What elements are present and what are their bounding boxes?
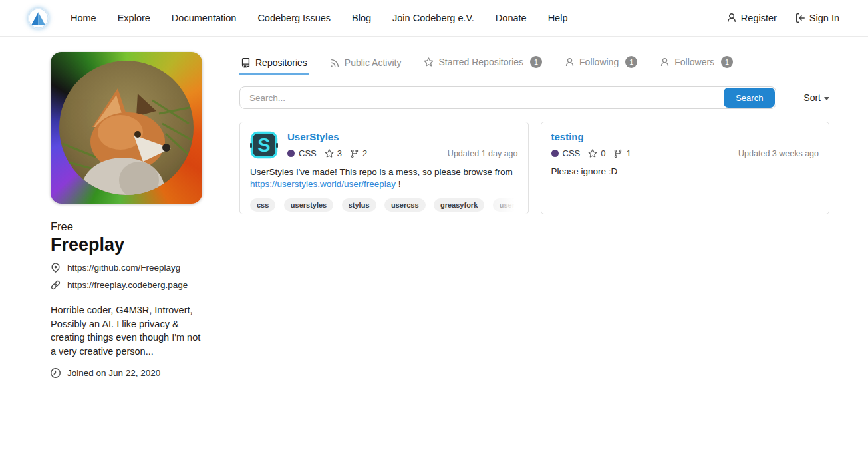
nav-documentation[interactable]: Documentation [172,13,237,23]
tab-following[interactable]: Following 1 [563,52,639,75]
topic-tag[interactable]: usercss [384,198,426,212]
profile-website-row: https://freeplay.codeberg.page [51,280,205,290]
nav-help[interactable]: Help [548,13,568,23]
avatar [51,52,202,204]
star-icon [588,149,597,158]
profile-username: Freeplay [51,235,205,255]
sort-dropdown[interactable]: Sort [803,92,829,103]
nav-join-codeberg[interactable]: Join Codeberg e.V. [392,13,474,23]
clock-icon [51,368,61,378]
profile-website[interactable]: https://freeplay.codeberg.page [67,280,188,290]
desc-link[interactable]: https://userstyles.world/user/freeplay [250,179,396,189]
repo-updated: Updated 1 day ago [448,149,518,158]
star-count: 3 [337,148,342,158]
tab-label: Repositories [255,57,307,68]
tab-repositories[interactable]: Repositories [239,53,309,75]
repo-meta-row: CSS 0 1 [551,148,819,158]
svg-text:S: S [257,134,270,156]
repo-title-link[interactable]: testing [551,131,584,142]
sign-in-label: Sign In [809,13,839,23]
language-color-dot [287,150,295,157]
profile-full-name: Free [51,220,205,233]
repo-card-main: UserStyles CSS 3 [287,131,518,159]
tab-followers[interactable]: Followers 1 [658,52,734,75]
topic-tag[interactable]: userstyle [493,198,518,212]
sign-in-icon [795,13,805,23]
repo-title-link[interactable]: UserStyles [287,131,339,142]
star-count: 0 [601,148,605,158]
fork-count: 2 [362,148,367,158]
nav-explore[interactable]: Explore [118,13,150,23]
profile-tabs: Repositories Public Activity Starred Rep… [239,52,829,75]
nav-auth-links: Register Sign In [726,13,839,23]
desc-text: UserStyles I've made! This repo is a mes… [250,167,513,177]
repo-forks: 1 [613,148,631,158]
search-input[interactable] [240,87,723,108]
search-button[interactable]: Search [724,88,775,108]
userstyles-repo-avatar[interactable]: S [250,131,278,159]
desc-text: ! [396,179,401,189]
topic-tag[interactable]: stylus [342,198,376,212]
nav-blog[interactable]: Blog [352,13,371,23]
repo-card-testing: testing CSS 0 [541,122,830,214]
person-icon [660,57,670,67]
repo-card-head: S UserStyles CSS 3 [250,131,518,159]
codeberg-logo-icon [28,8,49,29]
avatar-photo [59,61,194,195]
topic-tag[interactable]: css [250,198,275,212]
desc-text: Please ignore :D [551,166,618,176]
profile-page: Free Freeplay https://github.com/Freepla… [0,37,868,378]
search-group: Search [239,86,776,109]
profile-content: Repositories Public Activity Starred Rep… [239,52,829,378]
sort-label: Sort [803,92,821,103]
star-icon [325,149,334,158]
person-icon [726,13,737,23]
rss-icon [330,58,340,68]
language-color-dot [551,150,559,157]
repo-card-main: testing CSS 0 [551,131,819,158]
git-fork-icon [350,149,359,158]
nav-donate[interactable]: Donate [496,13,527,23]
followers-count-badge: 1 [721,56,733,68]
repo-card-userstyles: S UserStyles CSS 3 [239,122,529,214]
tab-label: Followers [674,57,714,67]
sign-in-link[interactable]: Sign In [795,13,839,23]
codeberg-logo[interactable] [28,8,49,29]
repo-updated: Updated 3 weeks ago [738,149,819,158]
top-navbar: Home Explore Documentation Codeberg Issu… [0,0,868,37]
nav-home[interactable]: Home [71,13,96,23]
git-fork-icon [613,149,623,158]
topic-tag[interactable]: userstyles [284,198,333,212]
tab-label: Following [579,57,619,67]
repo-topics: css userstyles stylus usercss greasyfork… [250,198,518,212]
person-icon [565,57,575,67]
register-label: Register [741,13,777,23]
repo-search-row: Search Sort [239,86,829,109]
tab-starred-repositories[interactable]: Starred Repositories 1 [422,52,543,75]
main-nav: Home Explore Documentation Codeberg Issu… [71,13,567,23]
profile-sidebar: Free Freeplay https://github.com/Freepla… [51,52,205,378]
repo-stars: 0 [588,148,605,158]
profile-location-row: https://github.com/Freeplayg [51,263,205,273]
repo-card-head: testing CSS 0 [551,131,819,158]
repo-description: UserStyles I've made! This repo is a mes… [250,166,518,190]
repo-language: CSS [299,148,317,158]
profile-joined-row: Joined on Jun 22, 2020 [51,368,205,378]
repo-icon [241,58,251,68]
repo-meta-row: CSS 3 2 [287,148,518,158]
starred-count-badge: 1 [530,56,542,68]
profile-location: https://github.com/Freeplayg [67,263,180,273]
repo-forks: 2 [350,148,367,158]
caret-down-icon [824,97,829,100]
nav-codeberg-issues[interactable]: Codeberg Issues [257,13,331,23]
topic-tag[interactable]: greasyfork [434,198,484,212]
star-icon [424,57,434,67]
register-link[interactable]: Register [726,13,777,23]
tab-public-activity[interactable]: Public Activity [329,53,403,75]
repository-list: S UserStyles CSS 3 [239,122,829,214]
fox-photo [59,61,194,195]
profile-joined: Joined on Jun 22, 2020 [67,368,160,378]
repo-description: Please ignore :D [551,166,819,178]
tab-label: Starred Repositories [438,57,523,67]
profile-bio: Horrible coder, G4M3R, Introvert, Possib… [51,303,205,358]
